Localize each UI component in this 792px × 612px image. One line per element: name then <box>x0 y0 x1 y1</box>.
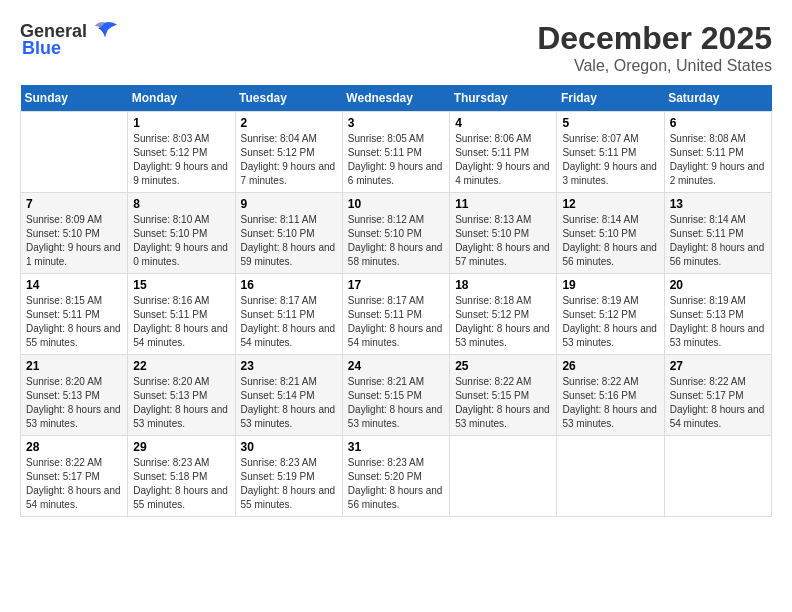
day-number: 11 <box>455 197 551 211</box>
day-number: 19 <box>562 278 658 292</box>
calendar-cell: 11Sunrise: 8:13 AM Sunset: 5:10 PM Dayli… <box>450 193 557 274</box>
main-title: December 2025 <box>537 20 772 57</box>
calendar-cell: 14Sunrise: 8:15 AM Sunset: 5:11 PM Dayli… <box>21 274 128 355</box>
calendar-cell: 27Sunrise: 8:22 AM Sunset: 5:17 PM Dayli… <box>664 355 771 436</box>
calendar-cell: 24Sunrise: 8:21 AM Sunset: 5:15 PM Dayli… <box>342 355 449 436</box>
day-number: 30 <box>241 440 337 454</box>
calendar-week-row: 21Sunrise: 8:20 AM Sunset: 5:13 PM Dayli… <box>21 355 772 436</box>
day-info: Sunrise: 8:22 AM Sunset: 5:15 PM Dayligh… <box>455 375 551 431</box>
day-info: Sunrise: 8:19 AM Sunset: 5:13 PM Dayligh… <box>670 294 766 350</box>
day-info: Sunrise: 8:18 AM Sunset: 5:12 PM Dayligh… <box>455 294 551 350</box>
day-number: 27 <box>670 359 766 373</box>
day-number: 22 <box>133 359 229 373</box>
calendar-header-thursday: Thursday <box>450 85 557 112</box>
calendar-cell: 21Sunrise: 8:20 AM Sunset: 5:13 PM Dayli… <box>21 355 128 436</box>
day-info: Sunrise: 8:23 AM Sunset: 5:20 PM Dayligh… <box>348 456 444 512</box>
day-number: 28 <box>26 440 122 454</box>
calendar-cell: 17Sunrise: 8:17 AM Sunset: 5:11 PM Dayli… <box>342 274 449 355</box>
day-number: 20 <box>670 278 766 292</box>
calendar-cell: 3Sunrise: 8:05 AM Sunset: 5:11 PM Daylig… <box>342 112 449 193</box>
day-number: 9 <box>241 197 337 211</box>
calendar-cell: 10Sunrise: 8:12 AM Sunset: 5:10 PM Dayli… <box>342 193 449 274</box>
calendar-cell: 13Sunrise: 8:14 AM Sunset: 5:11 PM Dayli… <box>664 193 771 274</box>
day-info: Sunrise: 8:20 AM Sunset: 5:13 PM Dayligh… <box>26 375 122 431</box>
calendar-header-friday: Friday <box>557 85 664 112</box>
day-number: 1 <box>133 116 229 130</box>
day-number: 15 <box>133 278 229 292</box>
day-info: Sunrise: 8:14 AM Sunset: 5:10 PM Dayligh… <box>562 213 658 269</box>
day-info: Sunrise: 8:06 AM Sunset: 5:11 PM Dayligh… <box>455 132 551 188</box>
calendar-cell: 12Sunrise: 8:14 AM Sunset: 5:10 PM Dayli… <box>557 193 664 274</box>
calendar-cell: 26Sunrise: 8:22 AM Sunset: 5:16 PM Dayli… <box>557 355 664 436</box>
calendar-cell: 16Sunrise: 8:17 AM Sunset: 5:11 PM Dayli… <box>235 274 342 355</box>
calendar-cell: 1Sunrise: 8:03 AM Sunset: 5:12 PM Daylig… <box>128 112 235 193</box>
calendar-cell: 23Sunrise: 8:21 AM Sunset: 5:14 PM Dayli… <box>235 355 342 436</box>
calendar-week-row: 28Sunrise: 8:22 AM Sunset: 5:17 PM Dayli… <box>21 436 772 517</box>
day-number: 7 <box>26 197 122 211</box>
calendar-header-wednesday: Wednesday <box>342 85 449 112</box>
day-info: Sunrise: 8:22 AM Sunset: 5:17 PM Dayligh… <box>670 375 766 431</box>
day-number: 2 <box>241 116 337 130</box>
calendar-header-row: SundayMondayTuesdayWednesdayThursdayFrid… <box>21 85 772 112</box>
logo: General Blue <box>20 20 119 59</box>
day-number: 14 <box>26 278 122 292</box>
day-info: Sunrise: 8:20 AM Sunset: 5:13 PM Dayligh… <box>133 375 229 431</box>
calendar-cell: 15Sunrise: 8:16 AM Sunset: 5:11 PM Dayli… <box>128 274 235 355</box>
calendar-cell: 18Sunrise: 8:18 AM Sunset: 5:12 PM Dayli… <box>450 274 557 355</box>
day-info: Sunrise: 8:19 AM Sunset: 5:12 PM Dayligh… <box>562 294 658 350</box>
day-number: 26 <box>562 359 658 373</box>
day-number: 10 <box>348 197 444 211</box>
logo-blue-text: Blue <box>22 38 61 58</box>
calendar-header-saturday: Saturday <box>664 85 771 112</box>
day-info: Sunrise: 8:23 AM Sunset: 5:19 PM Dayligh… <box>241 456 337 512</box>
day-number: 12 <box>562 197 658 211</box>
calendar-cell: 9Sunrise: 8:11 AM Sunset: 5:10 PM Daylig… <box>235 193 342 274</box>
day-number: 16 <box>241 278 337 292</box>
day-info: Sunrise: 8:05 AM Sunset: 5:11 PM Dayligh… <box>348 132 444 188</box>
calendar-cell: 2Sunrise: 8:04 AM Sunset: 5:12 PM Daylig… <box>235 112 342 193</box>
day-info: Sunrise: 8:17 AM Sunset: 5:11 PM Dayligh… <box>241 294 337 350</box>
calendar-body: 1Sunrise: 8:03 AM Sunset: 5:12 PM Daylig… <box>21 112 772 517</box>
calendar-cell: 4Sunrise: 8:06 AM Sunset: 5:11 PM Daylig… <box>450 112 557 193</box>
day-number: 5 <box>562 116 658 130</box>
day-number: 23 <box>241 359 337 373</box>
title-section: December 2025 Vale, Oregon, United State… <box>537 20 772 75</box>
calendar-cell: 20Sunrise: 8:19 AM Sunset: 5:13 PM Dayli… <box>664 274 771 355</box>
day-number: 18 <box>455 278 551 292</box>
day-info: Sunrise: 8:21 AM Sunset: 5:15 PM Dayligh… <box>348 375 444 431</box>
day-info: Sunrise: 8:12 AM Sunset: 5:10 PM Dayligh… <box>348 213 444 269</box>
day-info: Sunrise: 8:08 AM Sunset: 5:11 PM Dayligh… <box>670 132 766 188</box>
day-number: 29 <box>133 440 229 454</box>
subtitle: Vale, Oregon, United States <box>537 57 772 75</box>
calendar-cell: 7Sunrise: 8:09 AM Sunset: 5:10 PM Daylig… <box>21 193 128 274</box>
day-number: 31 <box>348 440 444 454</box>
calendar-cell: 22Sunrise: 8:20 AM Sunset: 5:13 PM Dayli… <box>128 355 235 436</box>
day-info: Sunrise: 8:13 AM Sunset: 5:10 PM Dayligh… <box>455 213 551 269</box>
day-info: Sunrise: 8:07 AM Sunset: 5:11 PM Dayligh… <box>562 132 658 188</box>
day-info: Sunrise: 8:16 AM Sunset: 5:11 PM Dayligh… <box>133 294 229 350</box>
day-info: Sunrise: 8:21 AM Sunset: 5:14 PM Dayligh… <box>241 375 337 431</box>
calendar-week-row: 7Sunrise: 8:09 AM Sunset: 5:10 PM Daylig… <box>21 193 772 274</box>
calendar-header-tuesday: Tuesday <box>235 85 342 112</box>
calendar-cell: 29Sunrise: 8:23 AM Sunset: 5:18 PM Dayli… <box>128 436 235 517</box>
day-number: 17 <box>348 278 444 292</box>
day-info: Sunrise: 8:15 AM Sunset: 5:11 PM Dayligh… <box>26 294 122 350</box>
calendar-week-row: 1Sunrise: 8:03 AM Sunset: 5:12 PM Daylig… <box>21 112 772 193</box>
day-number: 13 <box>670 197 766 211</box>
day-info: Sunrise: 8:11 AM Sunset: 5:10 PM Dayligh… <box>241 213 337 269</box>
calendar-cell: 6Sunrise: 8:08 AM Sunset: 5:11 PM Daylig… <box>664 112 771 193</box>
day-info: Sunrise: 8:09 AM Sunset: 5:10 PM Dayligh… <box>26 213 122 269</box>
page-header: General Blue December 2025 Vale, Oregon,… <box>20 20 772 75</box>
calendar-cell: 28Sunrise: 8:22 AM Sunset: 5:17 PM Dayli… <box>21 436 128 517</box>
day-info: Sunrise: 8:17 AM Sunset: 5:11 PM Dayligh… <box>348 294 444 350</box>
calendar-cell: 30Sunrise: 8:23 AM Sunset: 5:19 PM Dayli… <box>235 436 342 517</box>
day-number: 3 <box>348 116 444 130</box>
calendar-cell <box>557 436 664 517</box>
day-info: Sunrise: 8:03 AM Sunset: 5:12 PM Dayligh… <box>133 132 229 188</box>
calendar-cell: 25Sunrise: 8:22 AM Sunset: 5:15 PM Dayli… <box>450 355 557 436</box>
calendar-cell <box>664 436 771 517</box>
calendar-header-monday: Monday <box>128 85 235 112</box>
calendar-cell <box>450 436 557 517</box>
day-info: Sunrise: 8:22 AM Sunset: 5:16 PM Dayligh… <box>562 375 658 431</box>
day-number: 21 <box>26 359 122 373</box>
